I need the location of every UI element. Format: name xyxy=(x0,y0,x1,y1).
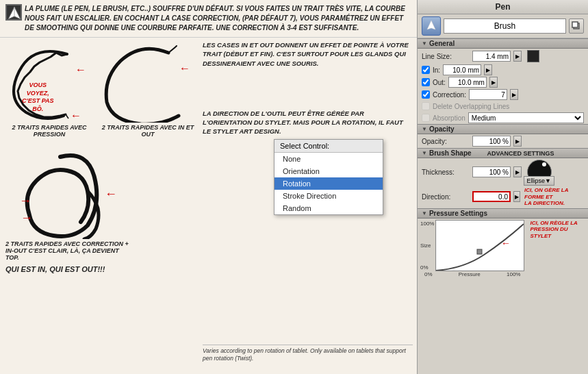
letter-c2-svg: ← xyxy=(100,40,196,123)
out-checkbox[interactable] xyxy=(422,78,430,86)
select-random[interactable]: Random xyxy=(274,202,383,214)
qui-est-text: Qui est In, qui est Out!!! xyxy=(5,265,193,273)
direction-input[interactable] xyxy=(472,191,511,202)
out-input[interactable] xyxy=(448,77,487,88)
out-arrow[interactable]: ▶ xyxy=(489,77,498,88)
pressure-chart[interactable]: ← xyxy=(435,220,524,271)
caption-c3: 2 traits rapides avec correction + In-ou… xyxy=(5,240,129,261)
banner-text: La plume (le Pen, le brush, etc..) souff… xyxy=(25,4,411,33)
opacity-label: Opacity xyxy=(429,125,455,133)
delete-overlapping-row: Delete Overlapping Lines xyxy=(418,101,588,112)
delete-overlapping-checkbox[interactable] xyxy=(422,102,430,110)
in-checkbox[interactable] xyxy=(422,66,430,74)
svg-text:←: ← xyxy=(71,110,81,121)
svg-text:←: ← xyxy=(179,62,190,74)
in-arrow[interactable]: ▶ xyxy=(484,64,492,75)
advanced-settings-label: ADVANCED SETTINGS xyxy=(487,150,554,157)
correction-label: Correction: xyxy=(433,91,466,99)
caption-c1: 2 traits rapides avec pression xyxy=(5,124,93,138)
right-panel: Pen ▼ General Line Size: ▶ In: ▶ xyxy=(418,0,588,374)
pressure-chart-col: 100% Size 0% ← xyxy=(420,220,524,277)
pressure-label: Pressure Settings xyxy=(429,210,487,217)
in-input[interactable] xyxy=(443,64,481,75)
thickness-label: Thickness: xyxy=(422,169,470,176)
absorption-select[interactable]: Medium xyxy=(468,112,584,123)
opacity-field-label: Opacity: xyxy=(422,138,470,145)
out-label: Out: xyxy=(433,79,446,86)
select-stroke[interactable]: Stroke Direction xyxy=(274,190,383,202)
brush-shape-section-header: ▼ Brush Shape ADVANCED SETTINGS xyxy=(418,148,588,158)
svg-text:←: ← xyxy=(105,187,117,201)
brush-name-input[interactable] xyxy=(444,18,566,34)
main-content: ← ← Vous voyez, c'est pas bô. 2 traits r… xyxy=(0,38,417,365)
direction-text: La direction de l'outil peut être gérée … xyxy=(203,109,413,136)
pressure-triangle: ▼ xyxy=(422,210,427,216)
ici-pression-text: Ici, on règle la pression du stylet xyxy=(530,220,585,240)
select-none[interactable]: None xyxy=(274,153,383,165)
pressure-chart-row: 100% Size 0% ← xyxy=(420,220,524,271)
line-size-arrow[interactable]: ▶ xyxy=(513,51,522,62)
pressure-y-labels: 100% Size 0% xyxy=(420,220,434,271)
absorption-checkbox[interactable] xyxy=(422,114,430,122)
panel-title: Pen xyxy=(418,0,588,14)
line-size-row: Line Size: ▶ xyxy=(418,49,588,64)
svg-rect-13 xyxy=(477,249,482,254)
brush-shape-triangle: ▼ xyxy=(422,150,427,156)
correction-input[interactable] xyxy=(469,89,507,100)
svg-rect-9 xyxy=(572,22,578,27)
absorption-label: Absorption xyxy=(433,114,465,122)
pen-icon xyxy=(5,4,22,21)
in-row: In: ▶ xyxy=(418,64,588,76)
opacity-triangle: ▼ xyxy=(422,126,427,132)
brush-shape-label: Brush Shape xyxy=(429,149,472,157)
brush-shape-area: Ellipse▼ xyxy=(527,160,552,184)
general-triangle: ▼ xyxy=(422,40,427,47)
thickness-arrow[interactable]: ▶ xyxy=(513,166,522,177)
top-banner: La plume (le Pen, le brush, etc..) souff… xyxy=(0,0,417,38)
in-out-text: Les cases In et Out donnent un effet de … xyxy=(203,40,413,68)
svg-text:←: ← xyxy=(501,238,511,249)
line-size-preview xyxy=(527,50,539,62)
svg-text:→: → xyxy=(19,194,31,208)
direction-row: Direction: ▶ Ici, on gère la forme etla … xyxy=(418,186,588,208)
direction-arrow[interactable]: ▶ xyxy=(513,191,520,202)
opacity-arrow[interactable]: ▶ xyxy=(513,136,522,147)
ellipse-button[interactable]: Ellipse▼ xyxy=(524,176,554,186)
select-control-popup[interactable]: Select Control: None Orientation Rotatio… xyxy=(274,139,383,215)
absorption-row: Absorption Medium xyxy=(418,112,588,124)
opacity-section-header: ▼ Opacity xyxy=(418,124,588,134)
pen-tool-button[interactable] xyxy=(422,16,441,36)
select-orientation[interactable]: Orientation xyxy=(274,165,383,177)
brush-shape-dot xyxy=(542,162,546,166)
line-size-label: Line Size: xyxy=(422,53,470,60)
thickness-input[interactable] xyxy=(472,166,511,177)
select-popup-header: Select Control: xyxy=(274,140,383,153)
svg-text:←: ← xyxy=(75,64,86,75)
correction-checkbox[interactable] xyxy=(422,90,430,99)
ici-forme-block: Ici, on gère la forme etla direction. xyxy=(524,187,584,207)
correction-arrow[interactable]: ▶ xyxy=(510,89,518,100)
tool-row xyxy=(418,14,588,38)
bottom-note: Varies according to pen rotation of tabl… xyxy=(203,345,413,362)
in-label: In: xyxy=(433,66,440,74)
ici-forme-text: Ici, on gère la forme etla direction. xyxy=(524,187,584,207)
select-rotation[interactable]: Rotation xyxy=(274,177,383,190)
opacity-input[interactable] xyxy=(472,136,511,147)
general-label: General xyxy=(429,40,455,47)
svg-text:→: → xyxy=(21,211,33,225)
vous-voyez-text: Vous voyez, c'est pas bô. xyxy=(22,82,53,114)
left-panel: La plume (le Pen, le brush, etc..) souff… xyxy=(0,0,418,374)
thickness-row: Thickness: ▶ Ellipse▼ xyxy=(418,158,588,186)
right-col: Les cases In et Out donnent un effet de … xyxy=(199,38,417,365)
drawings-col: ← ← Vous voyez, c'est pas bô. 2 traits r… xyxy=(0,38,199,365)
line-size-input[interactable] xyxy=(472,51,511,62)
letter-a-svg: → → ← xyxy=(5,143,142,239)
delete-overlapping-label: Delete Overlapping Lines xyxy=(433,103,509,110)
general-section-header: ▼ General xyxy=(418,38,588,49)
caption-c2: 2 traits rapides avec In et Out xyxy=(100,124,196,138)
opacity-row: Opacity: ▶ xyxy=(418,134,588,148)
correction-row: Correction: ▶ xyxy=(418,88,588,101)
copy-button[interactable] xyxy=(569,18,584,34)
pressure-section-header: ▼ Pressure Settings xyxy=(418,208,588,219)
pressure-x-labels: 0% Pressure 100% xyxy=(420,271,524,277)
